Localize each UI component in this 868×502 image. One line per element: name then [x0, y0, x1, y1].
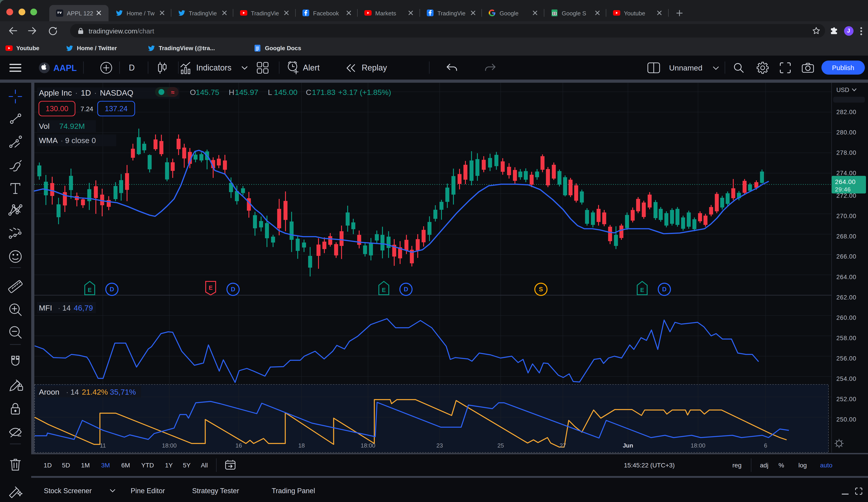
- svg-text:·: ·: [61, 136, 63, 145]
- svg-text:USD: USD: [836, 86, 849, 93]
- svg-text:14: 14: [71, 388, 79, 396]
- svg-text:264.00: 264.00: [835, 178, 856, 185]
- svg-text:E: E: [382, 286, 386, 293]
- svg-text:171.83: 171.83: [312, 88, 335, 96]
- svg-text:46,79: 46,79: [74, 304, 93, 312]
- svg-text:74.92M: 74.92M: [59, 122, 85, 130]
- svg-text:35,71%: 35,71%: [110, 388, 136, 396]
- svg-text:E: E: [88, 286, 92, 293]
- svg-text:254.00: 254.00: [836, 375, 857, 382]
- svg-text:278.00: 278.00: [836, 149, 857, 156]
- svg-text:14: 14: [62, 304, 71, 312]
- svg-text:282.00: 282.00: [836, 109, 857, 115]
- svg-text:Jun: Jun: [623, 442, 633, 449]
- svg-text:·: ·: [58, 304, 60, 312]
- svg-text:Vol: Vol: [39, 122, 50, 130]
- svg-text:250.00: 250.00: [836, 416, 857, 423]
- svg-text:D: D: [110, 286, 114, 293]
- svg-text:27: 27: [560, 442, 566, 449]
- svg-text:7.24: 7.24: [81, 105, 93, 113]
- svg-text:130.00: 130.00: [46, 104, 69, 113]
- svg-text:9 close 0: 9 close 0: [65, 136, 96, 145]
- svg-text:+3.17 (+1.85%): +3.17 (+1.85%): [338, 88, 391, 96]
- svg-text:H: H: [229, 88, 235, 96]
- svg-text:Aroon: Aroon: [39, 388, 60, 396]
- svg-text:266.00: 266.00: [836, 253, 857, 260]
- svg-text:18:00: 18:00: [691, 442, 705, 449]
- svg-text:WMA: WMA: [39, 136, 58, 145]
- svg-text:18:00: 18:00: [361, 442, 375, 449]
- svg-text:D: D: [662, 286, 666, 293]
- svg-text:6: 6: [764, 442, 767, 449]
- svg-text:260.00: 260.00: [836, 314, 857, 321]
- svg-text:145.97: 145.97: [235, 88, 258, 96]
- svg-text:145.00: 145.00: [274, 88, 298, 96]
- svg-text:268.00: 268.00: [836, 233, 857, 240]
- svg-text:264.00: 264.00: [836, 274, 857, 281]
- svg-text:256.00: 256.00: [836, 355, 857, 362]
- svg-text:Apple Inc·1D·NASDAQ: Apple Inc·1D·NASDAQ: [39, 88, 133, 97]
- svg-text:280.00: 280.00: [836, 129, 857, 136]
- svg-text:MFI: MFI: [39, 304, 52, 312]
- svg-text:252.00: 252.00: [836, 396, 857, 402]
- svg-text:C: C: [306, 88, 311, 96]
- svg-text:18: 18: [298, 442, 305, 449]
- svg-text:29:46: 29:46: [835, 186, 851, 193]
- svg-text:23: 23: [436, 442, 443, 449]
- svg-text:S: S: [539, 286, 543, 293]
- svg-text:270.00: 270.00: [836, 213, 857, 219]
- svg-text:D: D: [404, 286, 408, 293]
- svg-text:O: O: [190, 88, 196, 96]
- svg-text:≈: ≈: [171, 89, 174, 96]
- svg-text:258.00: 258.00: [836, 335, 857, 342]
- svg-text:145.75: 145.75: [196, 88, 219, 96]
- svg-text:D: D: [231, 286, 235, 293]
- svg-text:137.24: 137.24: [105, 104, 128, 113]
- svg-text:16: 16: [236, 442, 242, 449]
- svg-text:E: E: [209, 284, 213, 291]
- svg-text:E: E: [640, 286, 644, 293]
- svg-text:L: L: [268, 88, 272, 96]
- svg-text:262.00: 262.00: [836, 294, 857, 301]
- svg-text:·: ·: [66, 388, 69, 396]
- svg-text:11: 11: [100, 442, 106, 449]
- svg-text:274.00: 274.00: [836, 170, 857, 177]
- svg-text:18:00: 18:00: [162, 442, 177, 449]
- svg-text:21.42%: 21.42%: [82, 388, 108, 396]
- svg-text:25: 25: [497, 442, 504, 449]
